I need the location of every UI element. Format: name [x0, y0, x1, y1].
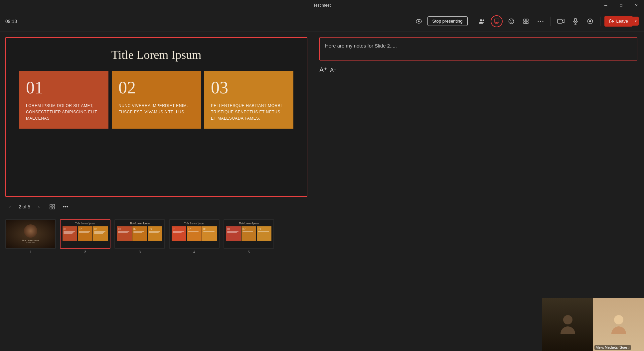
svg-point-14: [538, 21, 539, 22]
svg-rect-27: [53, 207, 55, 209]
divider-2: [551, 17, 551, 26]
card-1-text: LOREM IPSUM DOLOR SIT AMET, CONSECTETUER…: [26, 103, 102, 122]
leave-dropdown-button[interactable]: ▾: [633, 17, 639, 26]
reactions-icon-button[interactable]: [505, 15, 517, 27]
video-person-light: [593, 298, 644, 351]
mini-slide-5: Title Lorem Ipsum 01 02: [224, 220, 273, 248]
mini-slide-2: Title Lorem Ipsum 01: [61, 220, 110, 248]
slide-panel: Title Lorem Ipsum 01 LOREM IPSUM DOLOR S…: [0, 32, 313, 351]
card-3-number: 03: [211, 78, 287, 97]
header-toolbar: 09:13 Stop presenting: [0, 11, 644, 32]
thumb-img-5: Title Lorem Ipsum 01 02: [224, 219, 274, 249]
svg-rect-10: [524, 19, 526, 21]
stop-presenting-button[interactable]: Stop presenting: [427, 16, 468, 26]
video-person-dark: [542, 298, 593, 351]
thumb-label-5: 5: [248, 250, 250, 254]
divider-3: [600, 17, 600, 26]
guest-label: Aleks Macheta (Guest): [594, 345, 631, 350]
leave-button[interactable]: Leave: [604, 16, 633, 27]
thumbnail-1[interactable]: Title Lorem Ipsum Subtitle here 1: [5, 219, 56, 254]
card-2-number: 02: [118, 78, 194, 97]
prev-slide-button[interactable]: ‹: [5, 202, 15, 211]
more-options-button[interactable]: [535, 15, 547, 27]
font-increase-button[interactable]: A⁺: [319, 66, 327, 74]
svg-point-16: [542, 21, 543, 22]
divider: [472, 17, 472, 26]
svg-rect-25: [53, 204, 55, 206]
svg-point-2: [480, 19, 482, 21]
slide-card-2: 02 NUNC VIVERRA IMPERDIET ENIM. FUSCE ES…: [112, 71, 201, 129]
video-tile-1: [542, 298, 593, 351]
svg-point-22: [589, 20, 591, 22]
thumbnail-5[interactable]: Title Lorem Ipsum 01 02: [224, 219, 274, 254]
record-button[interactable]: [584, 15, 596, 27]
leave-button-group: Leave ▾: [604, 16, 639, 27]
slide-nav: ‹ 2 of 5 › •••: [5, 201, 307, 213]
svg-point-15: [540, 21, 541, 22]
thumb-1-circle: [24, 224, 37, 238]
eye-icon-button[interactable]: [413, 15, 425, 27]
leave-label: Leave: [616, 19, 628, 24]
slide-title: Title Lorem Ipsum: [111, 48, 202, 62]
thumbnail-3[interactable]: Title Lorem Ipsum 01 02: [114, 219, 165, 254]
camera-button[interactable]: [555, 15, 567, 27]
svg-rect-4: [494, 19, 499, 22]
title-bar-controls: ─ □ ✕: [598, 0, 644, 11]
header-controls: Stop presenting: [413, 15, 639, 27]
minimize-button[interactable]: ─: [598, 0, 613, 11]
title-bar: Test meet ─ □ ✕: [0, 0, 644, 11]
window-title: Test meet: [313, 3, 331, 8]
layout-icon-button[interactable]: [520, 15, 532, 27]
mini-slide-3: Title Lorem Ipsum 01 02: [115, 220, 164, 248]
notes-text: Here are my notes for Slide 2.....: [325, 43, 397, 49]
mini-slide-4: Title Lorem Ipsum 01 02: [170, 220, 219, 248]
microphone-button[interactable]: [569, 15, 581, 27]
svg-rect-26: [50, 207, 52, 209]
thumb-label-4: 4: [193, 250, 195, 254]
current-time: 09:13: [5, 19, 17, 24]
slide-content: Title Lorem Ipsum 01 LOREM IPSUM DOLOR S…: [6, 38, 307, 196]
svg-rect-18: [574, 18, 576, 22]
thumbnail-4[interactable]: Title Lorem Ipsum 01 02: [169, 219, 220, 254]
thumb-1-content: Title Lorem Ipsum Subtitle here: [6, 220, 55, 248]
svg-rect-24: [50, 204, 52, 206]
svg-point-3: [482, 19, 484, 21]
svg-rect-11: [526, 19, 528, 21]
slide-more-button[interactable]: •••: [61, 202, 70, 211]
card-1-number: 01: [26, 78, 102, 97]
svg-point-9: [512, 20, 512, 21]
thumbnails-row: Title Lorem Ipsum Subtitle here 1 Title …: [5, 217, 307, 257]
thumb-img-4: Title Lorem Ipsum 01 02: [169, 219, 220, 249]
close-button[interactable]: ✕: [629, 0, 644, 11]
slide-cards: 01 LOREM IPSUM DOLOR SIT AMET, CONSECTET…: [19, 71, 293, 129]
svg-point-1: [418, 20, 419, 22]
slide-card-3: 03 PELLENTESQUE HABITANT MORBI TRISTIQUE…: [204, 71, 293, 129]
notes-box: Here are my notes for Slide 2.....: [319, 37, 637, 60]
maximize-button[interactable]: □: [613, 0, 629, 11]
font-controls: A⁺ A⁻: [319, 66, 637, 74]
thumb-img-2: Title Lorem Ipsum 01: [60, 219, 110, 249]
slide-viewer: Title Lorem Ipsum 01 LOREM IPSUM DOLOR S…: [5, 37, 307, 197]
next-slide-button[interactable]: ›: [34, 202, 44, 211]
thumb-img-3: Title Lorem Ipsum 01 02: [114, 219, 165, 249]
svg-rect-12: [524, 22, 526, 24]
font-decrease-button[interactable]: A⁻: [330, 67, 336, 73]
slide-grid-button[interactable]: [48, 202, 57, 211]
thumb-label-1: 1: [30, 250, 32, 254]
card-3-text: PELLENTESQUE HABITANT MORBI TRISTIQUE SE…: [211, 103, 287, 122]
thumb-label-2: 2: [84, 250, 86, 254]
slide-card-1: 01 LOREM IPSUM DOLOR SIT AMET, CONSECTET…: [19, 71, 108, 129]
svg-point-8: [510, 20, 511, 21]
card-2-text: NUNC VIVERRA IMPERDIET ENIM. FUSCE EST. …: [118, 103, 194, 115]
thumb-img-1: Title Lorem Ipsum Subtitle here: [5, 219, 56, 249]
svg-rect-17: [558, 19, 562, 23]
people-icon-button[interactable]: [476, 15, 488, 27]
svg-point-7: [509, 19, 514, 24]
video-tile-2: Aleks Macheta (Guest): [593, 298, 644, 351]
svg-rect-13: [526, 22, 528, 24]
slide-counter: 2 of 5: [19, 204, 30, 209]
presenter-view-button[interactable]: [491, 15, 503, 27]
thumb-label-3: 3: [139, 250, 141, 254]
thumbnail-2[interactable]: Title Lorem Ipsum 01: [60, 219, 110, 254]
video-tiles: Aleks Macheta (Guest): [542, 298, 644, 351]
